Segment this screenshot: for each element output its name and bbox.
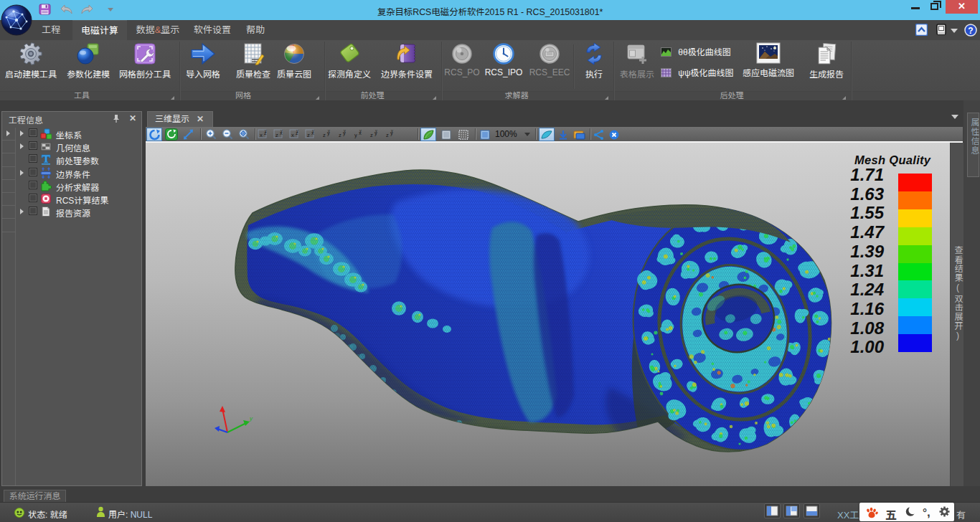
svg-text:z: z [307, 132, 310, 138]
svg-text:z: z [386, 132, 389, 138]
svg-text:y: y [328, 128, 330, 133]
svg-text:y: y [391, 128, 393, 133]
svg-text:z: z [275, 132, 278, 138]
svg-text:y: y [265, 128, 267, 133]
svg-text:y: y [312, 128, 314, 133]
svg-text:y: y [281, 128, 283, 133]
svg-text:x: x [291, 132, 294, 138]
svg-text:y: y [375, 128, 377, 133]
svg-text:z: z [370, 132, 373, 138]
svg-text:y: y [359, 128, 362, 133]
svg-text:z: z [323, 132, 326, 138]
svg-text:y: y [354, 132, 357, 138]
svg-text:y: y [296, 128, 298, 133]
svg-text:x: x [260, 132, 263, 138]
svg-text:y: y [344, 128, 346, 133]
svg-text:?: ? [968, 26, 973, 36]
svg-text:z: z [339, 132, 341, 138]
